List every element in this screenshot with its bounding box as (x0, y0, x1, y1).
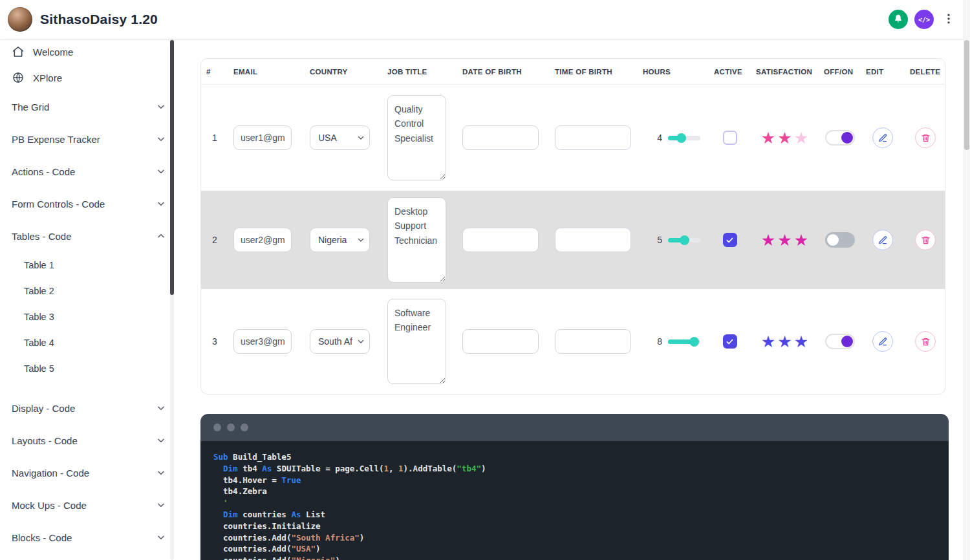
email-input[interactable] (233, 228, 292, 252)
column-header-satisfaction: SATISFACTION (751, 68, 819, 76)
job-title-textarea[interactable] (387, 299, 446, 384)
chevron-down-icon (357, 338, 365, 345)
sidebar-item-pb-expense-tracker[interactable]: PB Expense Tracker (0, 123, 181, 155)
date-of-birth-input[interactable] (462, 329, 539, 354)
chevron-down-icon (156, 135, 166, 144)
star-icon[interactable]: ★ (761, 232, 775, 248)
column-header-country: COUNTRY (305, 68, 382, 76)
hours-slider[interactable] (668, 339, 700, 344)
kebab-menu-button[interactable] (940, 10, 957, 29)
slider-thumb[interactable] (676, 133, 686, 143)
delete-button[interactable] (915, 331, 936, 352)
active-checkbox[interactable] (723, 233, 737, 247)
sidebar-item-label: XPlore (33, 72, 62, 83)
edit-button[interactable] (872, 331, 893, 352)
code-button[interactable]: </> (914, 10, 934, 29)
code-line: countries.Add("South Africa") (213, 532, 936, 544)
sidebar-item-navigation-code[interactable]: Navigation - Code (0, 457, 181, 489)
slider-thumb[interactable] (689, 337, 699, 347)
toggle-knob (841, 336, 853, 347)
sidebar-subitem-table-1[interactable]: Table 1 (0, 252, 181, 278)
job-title-textarea[interactable] (387, 197, 446, 283)
sidebar-item-the-grid[interactable]: The Grid (0, 91, 181, 123)
sidebar-item-label: Form Controls - Code (12, 199, 105, 210)
time-of-birth-input[interactable] (555, 125, 631, 150)
slider-thumb[interactable] (680, 235, 689, 245)
avatar[interactable] (8, 7, 32, 32)
country-select[interactable]: USA (310, 125, 370, 150)
code-icon: </> (918, 16, 930, 23)
toggle-knob (827, 234, 839, 246)
sidebar-item-xplore[interactable]: XPlore (0, 65, 181, 91)
edit-button[interactable] (872, 230, 893, 250)
sidebar-item-form-controls-code[interactable]: Form Controls - Code (0, 188, 181, 220)
sidebar-item-mock-ups-code[interactable]: Mock Ups - Code (0, 489, 181, 521)
onoff-toggle[interactable] (825, 334, 855, 349)
sidebar-item-label: Layouts - Code (12, 435, 78, 446)
trash-icon (921, 133, 931, 143)
sidebar-item-tables-code[interactable]: Tables - Code (0, 220, 181, 252)
column-header-edit: EDIT (861, 68, 905, 76)
time-of-birth-input[interactable] (555, 228, 631, 252)
sidebar-subitem-table-4[interactable]: Table 4 (0, 330, 181, 356)
sidebar-item-blocks-code[interactable]: Blocks - Code (0, 521, 181, 554)
hours-slider[interactable] (668, 136, 700, 140)
column-header-job-title: JOB TITLE (382, 68, 457, 76)
time-of-birth-input[interactable] (555, 329, 631, 354)
chevron-up-icon (156, 232, 166, 241)
sidebar-item-label: Blocks - Code (12, 532, 72, 543)
onoff-toggle[interactable] (825, 130, 855, 145)
star-icon[interactable]: ★ (761, 130, 775, 146)
sidebar-subitem-label: Table 3 (24, 312, 54, 322)
country-select-value: Nigeria (318, 235, 357, 245)
country-select[interactable]: Nigeria (310, 228, 370, 252)
star-icon[interactable]: ★ (777, 334, 792, 350)
satisfaction-rating: ★★★ (751, 130, 819, 146)
window-dot-icon (241, 424, 248, 431)
active-checkbox[interactable] (723, 131, 737, 145)
country-select[interactable]: South Af (310, 329, 370, 354)
sidebar-item-display-code[interactable]: Display - Code (0, 392, 181, 424)
email-input[interactable] (233, 329, 292, 354)
column-header-: # (201, 68, 228, 76)
sidebar-subgroup: Table 1Table 2Table 3Table 4Table 5 (0, 252, 181, 382)
sidebar-subitem-table-5[interactable]: Table 5 (0, 356, 181, 382)
star-icon[interactable]: ★ (794, 232, 808, 248)
sidebar-subitem-table-2[interactable]: Table 2 (0, 278, 181, 304)
page-scrollbar[interactable] (964, 0, 970, 560)
star-icon[interactable]: ★ (794, 130, 808, 146)
sidebar-subitem-table-3[interactable]: Table 3 (0, 304, 181, 330)
job-title-textarea[interactable] (387, 95, 446, 180)
chevron-down-icon (156, 468, 166, 477)
chevron-down-icon (156, 167, 166, 176)
edit-button[interactable] (872, 127, 893, 148)
sidebar-item-label: Tables - Code (12, 231, 72, 242)
sidebar-item-label: The Grid (12, 102, 49, 113)
star-icon[interactable]: ★ (777, 130, 792, 146)
hours-slider[interactable] (668, 238, 700, 242)
star-icon[interactable]: ★ (777, 232, 792, 248)
sidebar-item-layouts-code[interactable]: Layouts - Code (0, 424, 181, 457)
sidebar-scrollbar-thumb[interactable] (170, 40, 174, 295)
page-scrollbar-thumb[interactable] (964, 40, 969, 150)
row-number: 3 (212, 336, 217, 347)
column-header-delete: DELETE (905, 68, 945, 76)
date-of-birth-input[interactable] (462, 125, 539, 150)
email-input[interactable] (233, 125, 292, 150)
sidebar-item-welcome[interactable]: Welcome (0, 39, 181, 65)
onoff-toggle[interactable] (825, 232, 855, 248)
delete-button[interactable] (915, 230, 936, 250)
table-header-row: #EMAILCOUNTRYJOB TITLEDATE OF BIRTHTIME … (201, 59, 945, 85)
code-content: Sub Build_Table5 Dim tb4 As SDUITable = … (200, 441, 949, 560)
home-icon (12, 45, 25, 58)
row-number: 1 (212, 133, 217, 143)
star-icon[interactable]: ★ (794, 334, 808, 350)
date-of-birth-input[interactable] (462, 228, 539, 252)
notifications-button[interactable] (889, 10, 908, 29)
sidebar-item-label: Display - Code (12, 403, 75, 414)
chevron-down-icon (156, 436, 166, 445)
delete-button[interactable] (915, 127, 936, 148)
sidebar-item-actions-code[interactable]: Actions - Code (0, 155, 181, 188)
star-icon[interactable]: ★ (761, 334, 775, 350)
active-checkbox[interactable] (723, 334, 737, 349)
